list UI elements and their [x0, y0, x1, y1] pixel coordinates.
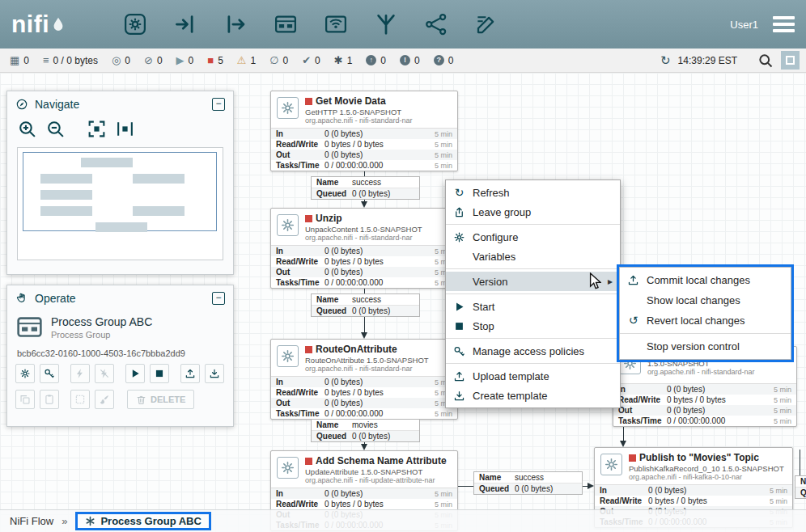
breadcrumb-current[interactable]: Process Group ABC	[75, 512, 211, 530]
status-count: 0	[448, 55, 454, 66]
zoom-actual-icon	[115, 119, 135, 139]
menu-item-label: Commit local changes	[647, 274, 750, 286]
connection-label[interactable]: NameQueued	[795, 475, 806, 499]
stopped-indicator-icon	[305, 98, 312, 105]
queued-status: ≡0 / 0 bytes	[43, 55, 98, 66]
connection-label-success[interactable]: NamesuccessQueued0 (0 bytes)	[311, 176, 420, 200]
transmitting-icon: ◎	[112, 55, 121, 65]
transmitting-status: ◎0	[112, 55, 130, 66]
version-submenu-highlight: Commit local changesShow local changes↺R…	[617, 264, 794, 362]
menu-item-variables[interactable]: Variables	[446, 247, 620, 266]
zoom-out-button[interactable]	[45, 119, 66, 139]
menu-item-refresh[interactable]: ↻Refresh	[446, 183, 620, 202]
disable-button[interactable]	[95, 364, 114, 383]
menu-item-stop-version-control[interactable]: Stop version control	[620, 336, 791, 357]
breadcrumb-root[interactable]: NiFi Flow	[10, 515, 53, 527]
remote-process-group-button[interactable]	[320, 9, 351, 40]
zoom-actual-button[interactable]	[115, 119, 135, 139]
processor-get-movie-data[interactable]: Get Movie DataGetHTTP 1.5.0-SNAPSHOTorg.…	[270, 91, 458, 171]
status-count: 0	[380, 55, 386, 66]
panel-toggle-button[interactable]	[781, 51, 800, 70]
label-button[interactable]	[471, 9, 502, 40]
menu-item-commit-local-changes[interactable]: Commit local changes	[620, 270, 791, 290]
upload-template-icon	[452, 370, 466, 382]
menu-item-manage-access-policies[interactable]: Manage access policies	[446, 341, 620, 361]
menu-item-upload-template[interactable]: Upload template	[446, 366, 620, 386]
stat-row-out: Out0 (0 bytes)5 min	[271, 267, 457, 277]
create-template-button[interactable]	[205, 364, 224, 383]
process-group-icon	[274, 12, 298, 36]
app-header: nifi User1	[0, 0, 806, 49]
menu-item-show-local-changes[interactable]: Show local changes	[620, 290, 791, 310]
enable-button[interactable]	[70, 364, 90, 383]
operate-collapse-button[interactable]: −	[212, 292, 225, 305]
output-port-button[interactable]	[220, 9, 251, 40]
connection-queued-value: 0 (0 bytes)	[352, 306, 390, 315]
search-button[interactable]	[757, 53, 774, 69]
menu-item-stop[interactable]: Stop	[446, 316, 620, 336]
stat-window: 5 min	[435, 130, 452, 138]
start-button[interactable]	[125, 364, 145, 383]
stat-row-read-write: Read/Write0 bytes / 0 bytes5 min	[595, 496, 792, 506]
menu-item-leave-group[interactable]: Leave group	[446, 202, 620, 222]
stat-value: 0 / 00:00:00.000	[325, 161, 435, 170]
access-policies-button[interactable]	[40, 364, 59, 383]
menu-item-revert-local-changes[interactable]: ↺Revert local changes	[620, 310, 791, 331]
processor-routeonattribute[interactable]: RouteOnAttributeRouteOnAttribute 1.5.0-S…	[270, 339, 458, 420]
breadcrumb-current-label: Process Group ABC	[100, 515, 202, 527]
paste-button[interactable]	[40, 390, 59, 409]
template-button[interactable]	[421, 9, 452, 40]
processor-bundle: org.apache.nifi - nifi-standard-nar	[647, 368, 791, 376]
birdseye-minimap[interactable]	[17, 147, 223, 260]
global-menu-button[interactable]	[773, 16, 795, 32]
upload-template-button[interactable]	[180, 364, 200, 383]
processor-button[interactable]	[120, 9, 151, 40]
menu-item-create-template[interactable]: Create template	[446, 386, 620, 405]
stat-value: 0 (0 bytes)	[325, 129, 435, 138]
fill-color-button[interactable]	[95, 390, 114, 409]
flow-canvas[interactable]: Navigate − Operate −	[0, 73, 806, 532]
status-bar: ▦0≡0 / 0 bytes◎0⊘0▶0■5⚠1∅0✔0✱1↑0!0?0 ↻ 1…	[0, 49, 806, 73]
funnel-button[interactable]	[371, 9, 401, 40]
zoom-fit-button[interactable]	[87, 119, 107, 139]
locally-modified-icon: ✱	[334, 55, 343, 65]
connection-name-row: Namesuccess	[474, 472, 582, 483]
connection-label-success[interactable]: NamesuccessQueued0 (0 bytes)	[473, 471, 583, 495]
configure-button[interactable]	[15, 364, 35, 383]
connection-arrow-icon	[361, 444, 367, 450]
minimap-block	[40, 190, 92, 200]
input-port-button[interactable]	[170, 9, 201, 40]
operate-header: Operate −	[7, 285, 233, 311]
stop-button[interactable]	[150, 364, 169, 383]
menu-item-configure[interactable]: Configure	[446, 227, 620, 247]
copy-button[interactable]	[15, 390, 35, 409]
stopped-indicator-icon	[305, 346, 312, 353]
connection-label-success[interactable]: NamesuccessQueued0 (0 bytes)	[311, 293, 420, 317]
group-button[interactable]	[70, 390, 90, 409]
processor-unzip[interactable]: UnzipUnpackContent 1.5.0-SNAPSHOTorg.apa…	[270, 208, 458, 289]
refresh-icon[interactable]: ↻	[660, 53, 671, 68]
connection-label-movies[interactable]: NamemoviesQueued0 (0 bytes)	[311, 419, 420, 442]
menu-icon-spacer	[626, 294, 640, 306]
menu-item-start[interactable]: Start	[446, 297, 620, 316]
create-template-icon	[452, 390, 466, 402]
processor-stats: In0 (0 bytes)5 minRead/Write0 bytes / 0 …	[613, 383, 796, 426]
stat-window: 5 min	[435, 162, 452, 170]
connection-queued-label: Queued	[316, 432, 349, 441]
process-group-button[interactable]	[270, 9, 301, 40]
status-count: 0	[23, 55, 29, 66]
delete-button[interactable]: DELETE	[127, 390, 194, 409]
processor-bundle: org.apache.nifi - nifi-standard-nar	[305, 365, 452, 373]
connection-name-label: Name	[479, 473, 511, 482]
connection-queued-row: Queued0 (0 bytes)	[474, 483, 582, 494]
navigate-collapse-button[interactable]: −	[212, 98, 225, 111]
operate-buttons-row2: DELETE	[7, 386, 233, 412]
menu-item-label: Version	[473, 276, 507, 288]
stat-label: Read/Write	[600, 496, 648, 505]
locally-modified-stale-icon: !	[400, 55, 410, 65]
breadcrumb-separator-icon: »	[62, 515, 67, 527]
stale-icon: ↑	[366, 55, 376, 65]
status-right: ↻ 14:39:29 EST	[660, 51, 800, 70]
zoom-in-button[interactable]	[17, 119, 37, 139]
disable-icon	[99, 368, 110, 379]
